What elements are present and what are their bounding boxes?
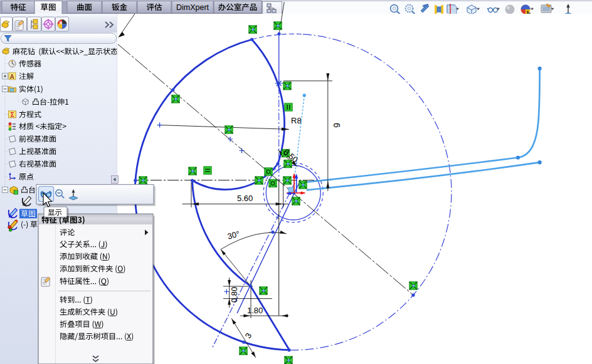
svg-text:5.60: 5.60 [237, 194, 253, 203]
svg-text:1.80: 1.80 [247, 306, 263, 315]
svg-text:DimXpert: DimXpert [176, 3, 209, 12]
svg-text:R8: R8 [291, 116, 302, 125]
svg-text:6: 6 [332, 123, 342, 128]
svg-text:0.80: 0.80 [230, 287, 239, 303]
